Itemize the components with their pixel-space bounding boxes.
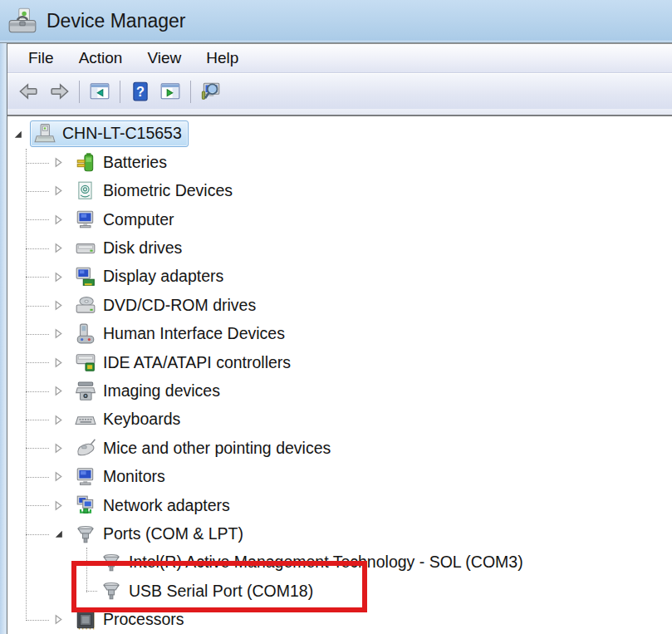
expand-toggle-icon[interactable] [52,414,65,426]
tree-item-batteries[interactable]: Batteries [7,148,672,176]
tree-item-content: DVD/CD-ROM drives [71,292,262,319]
expand-toggle-icon[interactable] [52,385,65,397]
tree-item-label: Human Interface Devices [103,326,285,342]
toolbar-button-scan-for-hardware-changes[interactable] [198,78,224,105]
expand-toggle-icon[interactable] [52,613,65,626]
tree-connector-line [26,219,49,220]
scan-hardware-icon [200,81,222,102]
menu-item-help[interactable]: Help [194,47,251,70]
device-manager-icon [7,6,38,37]
toolbar-button-help[interactable]: ? [127,78,154,105]
tree-connector-line [26,505,49,506]
tree-item-ports-com-lpt[interactable]: Ports (COM & LPT) [7,519,672,548]
toolbar-bottom-edge [7,109,672,116]
tree-item-content: Human Interface Devices [71,321,292,347]
expand-toggle-icon[interactable] [52,470,65,483]
expand-toggle-icon[interactable] [52,356,65,369]
tree-item-keyboards[interactable]: Keyboards [7,405,672,434]
tree-item-content: Mice and other pointing devices [71,435,337,461]
expand-toggle-icon[interactable] [52,242,65,254]
tree-item-chn-lt-c15653[interactable]: CHN-LT-C15653 [7,120,672,148]
console-tree-icon [89,81,110,102]
tree-connector-line [26,277,49,278]
tree-item-computer[interactable]: Computer [7,205,672,233]
tree-item-human-interface-devices[interactable]: Human Interface Devices [7,320,672,348]
tree-item-content: Display adapters [71,263,230,290]
tree-connector-line [26,334,49,335]
tree-item-content: Ports (COM & LPT) [71,521,250,548]
disk-drive-icon [75,238,96,259]
expand-toggle-icon[interactable] [52,442,65,455]
tree-item-label: Ports (COM & LPT) [103,526,243,543]
expand-toggle-icon[interactable] [52,299,65,312]
tree-item-content: Batteries [71,150,174,176]
tree-item-label: Biometric Devices [103,183,233,199]
computer-icon [75,209,96,230]
tree-item-content: Computer [71,206,181,233]
tree-item-content: CHN-LT-C15653 [30,120,189,147]
toolbar-button-back[interactable] [16,78,42,105]
menu-item-view[interactable]: View [135,47,194,70]
tree-item-disk-drives[interactable]: Disk drives [7,234,672,263]
battery-icon [75,152,96,174]
titlebar[interactable]: Device Manager [0,0,672,43]
computer-workstation-icon [34,123,56,145]
tree-item-label: Mice and other pointing devices [103,440,331,457]
expand-toggle-icon[interactable] [52,327,65,340]
tree-item-label: IDE ATA/ATAPI controllers [103,355,291,371]
device-tree: CHN-LT-C15653 Batteries Biometric Device… [7,116,672,634]
monitor-icon [75,466,96,488]
expand-toggle-icon[interactable] [52,271,65,283]
action-pane-icon [159,81,181,102]
toolbar-button-show-console-tree[interactable] [86,78,113,105]
menu-item-action[interactable]: Action [66,47,135,70]
expand-toggle-icon[interactable] [52,499,65,512]
keyboard-icon [75,409,96,430]
tree-connector-line [26,163,49,164]
toolbar-button-show-action-pane[interactable] [157,78,184,105]
toolbar-separator [79,81,80,103]
tree-item-content: Keyboards [71,406,187,433]
tree-item-display-adapters[interactable]: Display adapters [7,263,672,291]
tree-item-content: Biometric Devices [71,178,239,204]
device-manager-window: Device Manager FileActionViewHelp ? CHN-… [0,0,672,634]
dvd-drive-icon [75,295,96,317]
tree-item-biometric-devices[interactable]: Biometric Devices [7,177,672,205]
svg-text:?: ? [136,84,145,99]
toolbar: ? [7,74,672,109]
tree-item-ide-ata-atapi-controllers[interactable]: IDE ATA/ATAPI controllers [7,348,672,376]
expand-toggle-icon[interactable] [52,184,65,197]
tree-item-dvd-cd-rom-drives[interactable]: DVD/CD-ROM drives [7,291,672,319]
display-adapter-icon [75,266,96,288]
tree-item-imaging-devices[interactable]: Imaging devices [7,377,672,405]
ide-controller-icon [75,351,96,373]
tree-connector-line [26,477,49,478]
imaging-device-icon [75,381,96,402]
back-arrow-icon [18,81,40,102]
window-frame-left [0,43,7,634]
forward-arrow-icon [48,81,70,102]
tree-item-monitors[interactable]: Monitors [7,463,672,491]
serial-port-icon [75,523,96,545]
tree-item-label: DVD/CD-ROM drives [103,297,256,314]
expand-toggle-icon[interactable] [52,156,65,169]
tree-connector-line [26,420,49,420]
tree-item-content: IDE ATA/ATAPI controllers [71,349,297,376]
tree-item-mice-and-other-pointing-devices[interactable]: Mice and other pointing devices [7,434,672,462]
hid-icon [75,323,96,345]
collapse-toggle-icon[interactable] [52,528,65,540]
tree-item-network-adapters[interactable]: Network adapters [7,491,672,519]
menu-item-file[interactable]: File [16,47,66,70]
tree-item-content: Imaging devices [71,378,227,405]
expand-toggle-icon[interactable] [52,214,65,226]
toolbar-separator [120,81,120,103]
toolbar-button-forward[interactable] [46,78,72,105]
annotation-red-box [71,561,367,612]
tree-connector-line [26,191,49,192]
collapse-toggle-icon[interactable] [12,128,24,140]
help-icon: ? [130,81,151,102]
tree-item-label: Batteries [103,155,167,171]
toolbar-separator [190,81,191,103]
tree-item-label: Disk drives [103,240,182,257]
tree-item-label: Computer [103,212,174,229]
